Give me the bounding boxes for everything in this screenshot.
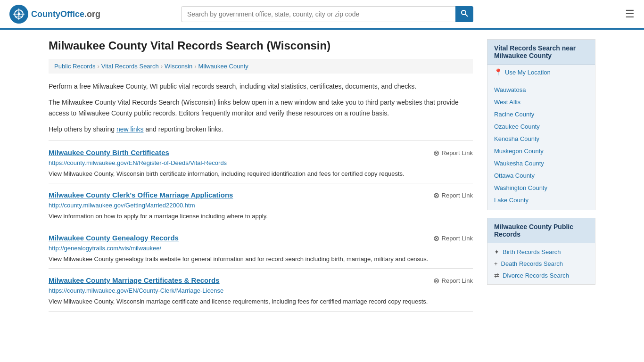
breadcrumb-sep-2: › (161, 63, 163, 70)
nearby-list: WauwatosaWest AllisRacine CountyOzaukee … (487, 80, 595, 210)
nearby-item-8: Washington County (487, 181, 595, 194)
record-url-2[interactable]: http://genealogytrails.com/wis/milwaukee… (49, 245, 473, 252)
public-records-icon-2: ⇄ (494, 272, 499, 279)
svg-line-6 (465, 14, 468, 16)
public-records-icon-0: ✦ (494, 248, 499, 255)
desc-para-3: Help others by sharing new links and rep… (49, 124, 473, 134)
nearby-link-2[interactable]: Racine County (494, 111, 534, 118)
public-records-item-1: + Death Records Search (487, 258, 595, 270)
nearby-link-0[interactable]: Wauwatosa (494, 86, 526, 93)
record-entry-3: Milwaukee County Marriage Certificates &… (49, 268, 473, 312)
menu-button[interactable]: ☰ (625, 8, 635, 20)
public-records-item-2: ⇄ Divorce Records Search (487, 270, 595, 281)
nearby-item-3: Ozaukee County (487, 120, 595, 132)
main-container: Milwaukee County Vital Records Search (W… (39, 30, 605, 321)
record-entry-2: Milwaukee County Genealogy Records ⊗ Rep… (49, 226, 473, 269)
public-records-section: Milwaukee County Public Records ✦ Birth … (487, 218, 595, 285)
new-links-link[interactable]: new links (116, 125, 144, 133)
report-link-label-3: Report Link (442, 277, 473, 284)
nearby-item-7: Ottawa County (487, 169, 595, 181)
report-link-label-0: Report Link (442, 149, 473, 156)
public-records-link-1[interactable]: Death Records Search (501, 260, 563, 267)
report-icon-3: ⊗ (433, 276, 439, 285)
breadcrumb: Public Records › Vital Records Search › … (49, 59, 473, 74)
sidebar: Vital Records Search near Milwaukee Coun… (487, 39, 595, 312)
svg-point-5 (462, 10, 466, 15)
nearby-link-5[interactable]: Muskegon County (494, 148, 544, 155)
page-title: Milwaukee County Vital Records Search (W… (49, 39, 473, 52)
public-records-icon-1: + (494, 260, 498, 267)
report-link-label-1: Report Link (442, 192, 473, 199)
report-icon-1: ⊗ (433, 191, 439, 200)
nearby-link-7[interactable]: Ottawa County (494, 172, 535, 179)
nearby-link-6[interactable]: Waukesha County (494, 160, 544, 167)
logo-icon (9, 5, 28, 24)
breadcrumb-link-vital-records[interactable]: Vital Records Search (101, 63, 159, 70)
record-title-2[interactable]: Milwaukee County Genealogy Records (49, 234, 179, 242)
desc-para-2: The Milwaukee County Vital Records Searc… (49, 97, 473, 118)
record-desc-0: View Milwaukee County, Wisconsin birth c… (49, 169, 473, 179)
record-entry-1: Milwaukee County Clerk's Office Marriage… (49, 183, 473, 226)
record-url-1[interactable]: http://county.milwaukee.gov/GettingMarri… (49, 202, 473, 209)
svg-point-4 (18, 13, 20, 16)
record-title-1[interactable]: Milwaukee County Clerk's Office Marriage… (49, 191, 233, 199)
public-records-header: Milwaukee County Public Records (487, 218, 595, 243)
record-url-3[interactable]: https://county.milwaukee.gov/EN/County-C… (49, 287, 473, 294)
nearby-link-8[interactable]: Washington County (494, 184, 547, 191)
search-area (181, 6, 473, 22)
public-records-item-0: ✦ Birth Records Search (487, 246, 595, 258)
use-location-item[interactable]: 📍 Use My Location (487, 65, 595, 80)
report-link-label-2: Report Link (442, 235, 473, 242)
logo-link[interactable]: CountyOffice.org (9, 5, 100, 24)
search-input[interactable] (181, 6, 473, 22)
record-title-3[interactable]: Milwaukee County Marriage Certificates &… (49, 276, 220, 284)
record-desc-2: View Milwaukee County genealogy trails w… (49, 255, 473, 264)
record-entry-0: Milwaukee County Birth Certificates ⊗ Re… (49, 140, 473, 183)
nearby-link-1[interactable]: West Allis (494, 99, 520, 106)
logo-text: CountyOffice.org (31, 9, 100, 19)
public-records-link-2[interactable]: Divorce Records Search (503, 272, 569, 279)
nearby-item-9: Lake County (487, 194, 595, 206)
site-header: CountyOffice.org ☰ (0, 0, 644, 30)
nearby-item-2: Racine County (487, 108, 595, 120)
report-link-btn-0[interactable]: ⊗ Report Link (433, 148, 473, 157)
report-link-btn-2[interactable]: ⊗ Report Link (433, 234, 473, 243)
nearby-link-3[interactable]: Ozaukee County (494, 123, 540, 130)
nearby-item-6: Waukesha County (487, 157, 595, 169)
public-records-list: ✦ Birth Records Search + Death Records S… (487, 243, 595, 284)
content-area: Milwaukee County Vital Records Search (W… (49, 39, 473, 312)
report-icon-0: ⊗ (433, 148, 439, 157)
nearby-section: Vital Records Search near Milwaukee Coun… (487, 39, 595, 210)
nearby-link-9[interactable]: Lake County (494, 197, 528, 204)
record-desc-3: View Milwaukee County, Wisconsin marriag… (49, 297, 473, 306)
breadcrumb-sep-1: › (97, 63, 99, 70)
breadcrumb-link-wisconsin[interactable]: Wisconsin (165, 63, 192, 70)
nearby-item-4: Kenosha County (487, 132, 595, 145)
pin-icon: 📍 (494, 68, 502, 76)
public-records-link-0[interactable]: Birth Records Search (503, 248, 561, 255)
desc-para-1: Perform a free Milwaukee County, WI publ… (49, 81, 473, 91)
breadcrumb-link-public-records[interactable]: Public Records (54, 63, 95, 70)
nearby-link-4[interactable]: Kenosha County (494, 135, 539, 142)
nearby-item-0: Wauwatosa (487, 83, 595, 96)
desc-para-3-prefix: Help others by sharing (49, 125, 116, 133)
search-button[interactable] (455, 6, 473, 22)
nearby-item-1: West Allis (487, 96, 595, 108)
nearby-section-header: Vital Records Search near Milwaukee Coun… (487, 40, 595, 65)
use-location-link[interactable]: Use My Location (505, 69, 551, 76)
report-link-btn-3[interactable]: ⊗ Report Link (433, 276, 473, 285)
report-icon-2: ⊗ (433, 234, 439, 243)
report-link-btn-1[interactable]: ⊗ Report Link (433, 191, 473, 200)
breadcrumb-link-milwaukee-county[interactable]: Milwaukee County (198, 63, 248, 70)
desc-para-3-suffix: and reporting broken links. (144, 125, 223, 133)
breadcrumb-sep-3: › (194, 63, 196, 70)
record-desc-1: View information on how to apply for a m… (49, 212, 473, 221)
record-title-0[interactable]: Milwaukee County Birth Certificates (49, 148, 169, 156)
records-list: Milwaukee County Birth Certificates ⊗ Re… (49, 140, 473, 312)
record-url-0[interactable]: https://county.milwaukee.gov/EN/Register… (49, 159, 473, 166)
nearby-item-5: Muskegon County (487, 145, 595, 157)
